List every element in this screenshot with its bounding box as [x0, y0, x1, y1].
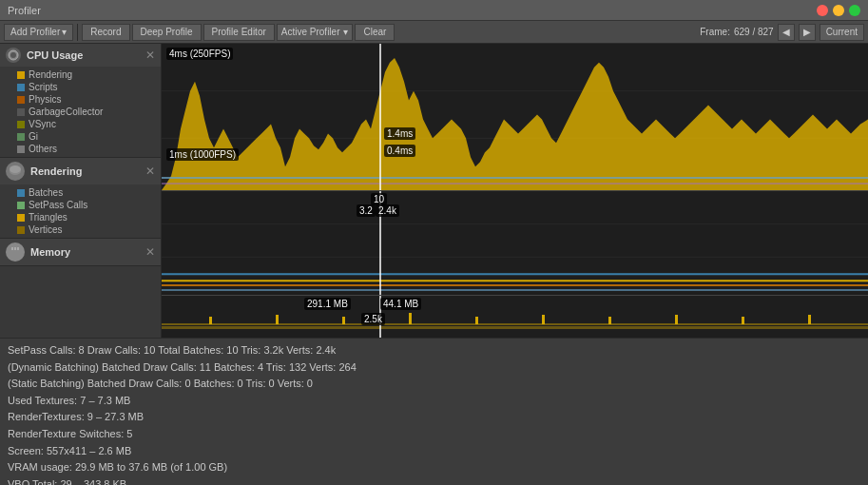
cpu-icon	[6, 48, 21, 63]
cpu-legend-items: Rendering Scripts Physics GarbageCollect…	[0, 67, 161, 157]
gc-color	[17, 108, 25, 116]
memory-chart[interactable]: 291.1 MB 44.1 MB 2.5k	[162, 296, 868, 338]
add-profiler-label: Add Profiler	[10, 27, 60, 37]
legend-setpass: SetPass Calls	[0, 199, 161, 211]
frame-value: 629 / 827	[734, 27, 774, 37]
svg-rect-32	[675, 315, 678, 324]
main-content: CPU Usage ✕ Rendering Scripts Physics	[0, 44, 868, 338]
legend-vsync: VSync	[0, 118, 161, 130]
rendering-close-button[interactable]: ✕	[145, 165, 155, 178]
title-bar: Profiler	[0, 0, 868, 21]
physics-label: Physics	[29, 94, 61, 105]
legend-batches: Batches	[0, 186, 161, 199]
legend-physics: Physics	[0, 93, 161, 106]
svg-rect-6	[14, 247, 16, 250]
triangles-color	[17, 214, 25, 222]
deep-profile-label: Deep Profile	[141, 27, 193, 37]
svg-rect-15	[162, 191, 868, 295]
scripts-label: Scripts	[29, 82, 58, 92]
gi-label: Gi	[29, 131, 38, 142]
add-profiler-button[interactable]: Add Profiler ▾	[4, 24, 73, 41]
svg-rect-35	[162, 326, 868, 329]
cpu-section: CPU Usage ✕ Rendering Scripts Physics	[0, 44, 161, 158]
svg-rect-28	[409, 313, 412, 324]
minimize-button[interactable]	[833, 5, 844, 16]
stats-line-3: (Static Batching) Batched Draw Calls: 0 …	[8, 376, 860, 393]
legend-vertices: Vertices	[0, 223, 161, 236]
vertices-color	[17, 226, 25, 234]
svg-point-1	[10, 52, 16, 58]
maximize-button[interactable]	[849, 5, 860, 16]
batches-label: Batches	[29, 187, 63, 198]
dropdown-arrow-icon: ▾	[62, 27, 67, 37]
cpu-close-button[interactable]: ✕	[145, 48, 155, 62]
toolbar: Add Profiler ▾ Record Deep Profile Profi…	[0, 21, 868, 44]
clear-label: Clear	[363, 27, 386, 37]
frame-prev-button[interactable]: ◀	[778, 24, 795, 41]
vsync-label: VSync	[29, 119, 56, 129]
svg-rect-31	[608, 317, 611, 324]
window-controls	[817, 5, 860, 16]
profile-editor-label: Profile Editor	[212, 27, 266, 37]
record-button[interactable]: Record	[82, 24, 129, 41]
gc-label: GarbageCollector	[29, 107, 103, 117]
stats-line-1: SetPass Calls: 8 Draw Calls: 10 Total Ba…	[8, 342, 860, 359]
memory-section: Memory ✕	[0, 239, 161, 266]
legend-triangles: Triangles	[0, 211, 161, 223]
stats-line-6: RenderTexture Switches: 5	[8, 426, 860, 443]
legend-gc: GarbageCollector	[0, 106, 161, 118]
stats-line-5: RenderTextures: 9 – 27.3 MB	[8, 409, 860, 426]
cpu-svg-icon	[8, 49, 19, 61]
setpass-color	[17, 202, 25, 209]
setpass-label: SetPass Calls	[29, 200, 87, 210]
frame-next-button[interactable]: ▶	[799, 24, 816, 41]
legend-scripts: Scripts	[0, 81, 161, 93]
frame-info: Frame: 629 / 827 ◀ ▶ Current	[700, 24, 864, 41]
svg-rect-34	[808, 315, 811, 324]
charts-wrapper: 4ms (250FPS) 1ms (1000FPS) 1.4ms 0.4ms	[162, 44, 868, 338]
memory-icon	[6, 242, 25, 262]
active-profiler-dropdown[interactable]: Active Profiler ▾	[277, 24, 354, 41]
cpu-chart-svg	[162, 44, 868, 190]
deep-profile-button[interactable]: Deep Profile	[132, 24, 202, 41]
clear-button[interactable]: Clear	[355, 24, 395, 41]
others-color	[17, 146, 25, 153]
render-chart-svg	[162, 191, 868, 295]
legend-rendering: Rendering	[0, 68, 161, 81]
close-button[interactable]	[817, 5, 828, 16]
cpu-title: CPU Usage	[27, 49, 83, 61]
stats-line-2: (Dynamic Batching) Batched Draw Calls: 1…	[8, 359, 860, 377]
active-profiler-label: Active Profiler	[281, 27, 340, 37]
cpu-chart[interactable]: 4ms (250FPS) 1ms (1000FPS) 1.4ms 0.4ms	[162, 44, 868, 191]
current-button[interactable]: Current	[820, 24, 864, 41]
profile-editor-button[interactable]: Profile Editor	[203, 24, 275, 41]
legend-gi: Gi	[0, 130, 161, 143]
stats-area: SetPass Calls: 8 Draw Calls: 10 Total Ba…	[0, 338, 868, 485]
svg-rect-7	[17, 247, 19, 250]
rendering-section-header[interactable]: Rendering ✕	[0, 158, 161, 184]
legend-others: Others	[0, 143, 161, 155]
memory-section-header[interactable]: Memory ✕	[0, 239, 161, 265]
left-panel: CPU Usage ✕ Rendering Scripts Physics	[0, 44, 162, 338]
others-label: Others	[29, 144, 57, 154]
stats-line-9: VBO Total: 29 – 343.8 KB	[8, 476, 860, 485]
svg-point-3	[10, 165, 21, 173]
rendering-section: Rendering ✕ Batches SetPass Calls Triang…	[0, 158, 161, 239]
frame-label: Frame:	[700, 27, 730, 37]
vsync-color	[17, 121, 25, 128]
record-label: Record	[90, 27, 121, 37]
memory-chart-svg	[162, 296, 868, 338]
render-chart[interactable]: 10 3.2 2.4k	[162, 191, 868, 296]
svg-rect-26	[276, 315, 279, 324]
stats-line-8: VRAM usage: 29.9 MB to 37.6 MB (of 1.00 …	[8, 459, 860, 476]
rendering-color	[17, 71, 25, 79]
cpu-section-header[interactable]: CPU Usage ✕	[0, 44, 161, 67]
svg-rect-29	[475, 317, 478, 324]
current-label: Current	[826, 27, 858, 37]
svg-rect-25	[209, 317, 212, 324]
stats-line-4: Used Textures: 7 – 7.3 MB	[8, 393, 860, 410]
stats-line-7: Screen: 557x411 – 2.6 MB	[8, 443, 860, 460]
memory-close-button[interactable]: ✕	[145, 245, 155, 259]
profiler-title: Profiler	[8, 5, 41, 16]
gi-color	[17, 133, 25, 141]
